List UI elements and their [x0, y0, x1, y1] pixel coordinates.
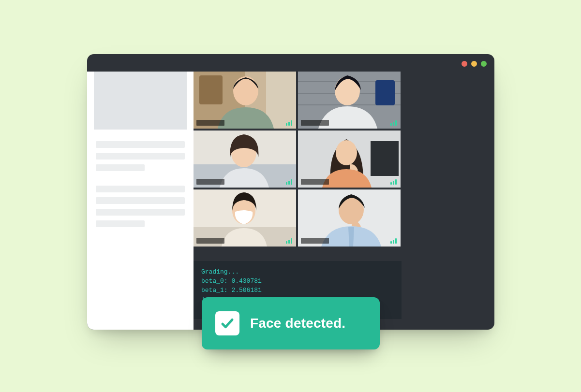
participant-name-tag [301, 238, 329, 244]
participant-name-tag [301, 120, 329, 126]
skeleton-line [96, 141, 185, 148]
sidebar [87, 72, 194, 330]
window-close-button[interactable] [462, 61, 467, 67]
window-controls [462, 61, 487, 67]
video-tile[interactable] [194, 72, 296, 129]
face-detected-toast: Face detected. [202, 297, 380, 349]
app-window: Grading... beta_0: 0.430781 beta_1: 2.50… [87, 54, 494, 330]
skeleton-line [96, 153, 185, 160]
video-tile[interactable] [298, 72, 401, 129]
toast-label: Face detected. [250, 316, 345, 331]
svg-rect-9 [375, 80, 395, 105]
signal-icon [390, 120, 397, 126]
terminal-line: Grading... [201, 268, 394, 277]
participant-name-tag [196, 179, 224, 185]
video-tile[interactable] [298, 189, 401, 247]
signal-icon [286, 179, 292, 185]
skeleton-line [96, 220, 145, 227]
sidebar-text-block-1 [87, 141, 194, 186]
participant-name-tag [196, 238, 224, 244]
main-area: Grading... beta_0: 0.430781 beta_1: 2.50… [194, 72, 494, 330]
signal-icon [390, 238, 397, 244]
video-tile[interactable] [194, 131, 296, 188]
svg-point-4 [233, 76, 258, 105]
svg-rect-2 [199, 75, 223, 104]
terminal-line: beta_0: 0.430781 [201, 277, 394, 286]
participant-name-tag [196, 120, 224, 126]
skeleton-line [96, 164, 145, 171]
window-zoom-button[interactable] [481, 61, 487, 67]
terminal-line: beta_1: 2.506181 [201, 286, 394, 295]
signal-icon [390, 179, 397, 185]
content-row: Grading... beta_0: 0.430781 beta_1: 2.50… [87, 72, 494, 330]
signal-icon [286, 238, 292, 244]
skeleton-line [96, 197, 185, 204]
sidebar-text-block-2 [87, 186, 194, 242]
check-icon [215, 311, 239, 335]
sidebar-hero-placeholder [94, 72, 187, 130]
video-tile[interactable] [194, 189, 296, 247]
svg-point-16 [336, 140, 357, 165]
skeleton-line [96, 186, 185, 192]
video-tile[interactable] [298, 131, 401, 188]
svg-rect-15 [371, 141, 399, 176]
skeleton-line [96, 209, 185, 216]
participant-name-tag [301, 179, 329, 185]
video-grid [194, 72, 494, 247]
signal-icon [286, 120, 292, 126]
window-minimize-button[interactable] [471, 61, 477, 67]
